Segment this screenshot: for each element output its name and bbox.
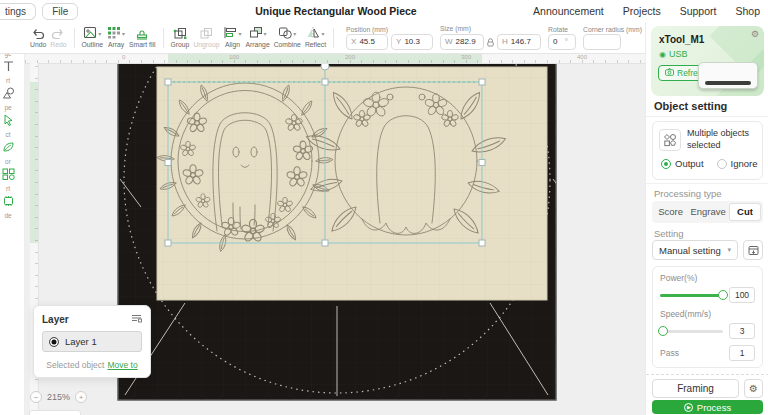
power-value[interactable]: 100 (729, 287, 755, 303)
reflect-icon (306, 25, 320, 43)
sidebar-tool-library[interactable]: rt (0, 165, 24, 192)
power-label: Power(%) (660, 273, 755, 283)
nav-support[interactable]: Support (680, 5, 717, 17)
power-slider-thumb[interactable] (718, 290, 728, 300)
size-h-input[interactable]: H146.7 (497, 34, 541, 50)
group-button[interactable]: Group (171, 27, 190, 48)
layer-name: Layer 1 (65, 336, 97, 347)
toolbar-separator (163, 28, 164, 48)
chevron-down-icon: ▾ (98, 30, 101, 37)
connection-type: USB (669, 49, 688, 59)
chevron-down-icon: ▾ (122, 30, 125, 37)
zoom-level[interactable]: 215% (47, 392, 70, 402)
position-group: Position (mm) X45.5 Y10.3 (346, 26, 433, 50)
mode-cut[interactable]: Cut (729, 203, 761, 221)
nav-announcement[interactable]: Announcement (533, 5, 604, 17)
speed-slider-thumb[interactable] (658, 326, 668, 336)
machine-thumbnail (698, 62, 758, 89)
reflect-button[interactable]: ▾ Reflect (305, 27, 326, 48)
processing-type-label: Processing type (654, 188, 722, 199)
framing-settings-gear-icon[interactable]: ⚙ (744, 379, 763, 398)
ignore-radio[interactable]: Ignore (717, 158, 758, 169)
nav-links: Announcement Projects Support Shop (533, 5, 768, 17)
play-icon: ▶ (684, 403, 693, 412)
toolbar-separator (333, 28, 334, 48)
framing-button[interactable]: Framing (652, 379, 739, 398)
device-card[interactable]: ⚙ xTool_M1 ◉ USB Refresh (651, 26, 764, 96)
chevron-down-icon: ▾ (238, 30, 241, 37)
lock-icon[interactable] (487, 33, 494, 51)
redo-button[interactable]: Redo (50, 27, 66, 48)
combine-button[interactable]: ▾ Combine (274, 27, 301, 48)
device-settings-gear-icon[interactable]: ⚙ (751, 29, 759, 39)
dashed-divider (646, 374, 768, 375)
layer-options-icon[interactable] (131, 313, 142, 325)
process-button[interactable]: ▶ Process (652, 400, 763, 414)
ungroup-icon (199, 27, 213, 40)
outline-button[interactable]: ▾ Outline (82, 27, 104, 48)
selected-object-label: Selected object (46, 360, 104, 370)
speed-slider[interactable] (660, 330, 723, 333)
speed-value[interactable]: 3 (729, 323, 755, 339)
undo-button[interactable]: Undo (30, 27, 46, 48)
zoom-in-button[interactable]: + (75, 391, 87, 403)
position-x-input[interactable]: X45.5 (346, 34, 388, 50)
sidebar-tool-select[interactable]: ct (0, 111, 24, 138)
ruler-number: 400 (577, 54, 587, 60)
align-button[interactable]: ▾ Align (223, 27, 241, 48)
radio-off-icon (717, 159, 727, 169)
sidebar-tool-shape[interactable]: pe (0, 84, 24, 111)
align-icon (223, 25, 237, 43)
ruler-number: 100 (229, 54, 239, 60)
leaf-icon (10, 139, 15, 157)
multiple-objects-icon (659, 129, 681, 151)
combine-icon (278, 25, 292, 43)
move-to-link[interactable]: Move to (107, 360, 137, 370)
arrange-button[interactable]: ▾ Arrange (245, 27, 269, 48)
mode-score[interactable]: Score (654, 203, 687, 221)
sidebar-tool-text[interactable]: rt (0, 57, 24, 84)
right-panel: ⚙ xTool_M1 ◉ USB Refresh Object setting … (645, 0, 768, 415)
ruler-number: 200 (345, 54, 355, 60)
rotate-input[interactable]: 0° (548, 34, 576, 50)
chevron-down-icon: ▾ (264, 30, 267, 37)
left-tool-strip: ge rt pe ct or rt de (0, 22, 25, 415)
smart-fill-button[interactable]: Smart fill (129, 27, 155, 48)
array-icon (107, 25, 121, 43)
grid-icon (10, 166, 15, 184)
save-preset-button[interactable] (743, 240, 763, 260)
xcs-app: tings File Unique Rectangular Wood Piece… (0, 0, 768, 415)
power-slider[interactable] (660, 294, 723, 297)
outline-icon (83, 25, 97, 43)
mode-engrave[interactable]: Engrave (687, 203, 729, 221)
preset-select[interactable]: Manual setting ▾ (652, 240, 738, 260)
layer-row[interactable]: Layer 1 (42, 331, 142, 352)
pass-value[interactable]: 1 (729, 345, 755, 361)
layer-panel: Layer Layer 1 Selected objectMove to (33, 305, 151, 378)
setting-label: Setting (654, 228, 684, 239)
corner-radius-group: Corner radius (mm) (583, 26, 642, 50)
file-button[interactable]: File (42, 3, 78, 20)
settings-button[interactable]: tings (0, 3, 36, 20)
position-y-input[interactable]: Y10.3 (391, 34, 433, 50)
position-label: Position (mm) (346, 26, 433, 33)
canvas-area[interactable]: 0 100 200 300 400 (25, 54, 645, 415)
size-w-input[interactable]: W282.9 (440, 34, 484, 50)
corner-radius-input[interactable] (583, 34, 621, 50)
partial-control (29, 410, 81, 415)
chevron-down-icon: ▾ (727, 246, 731, 254)
speed-label: Speed(mm/s) (660, 309, 755, 319)
chevron-down-icon: ▾ (321, 30, 324, 37)
nav-shop[interactable]: Shop (735, 5, 760, 17)
output-radio[interactable]: Output (661, 158, 704, 169)
toolbar-separator (74, 28, 75, 48)
smart-fill-icon (135, 27, 149, 40)
sidebar-tool-vector[interactable]: or (0, 138, 24, 165)
zoom-out-button[interactable]: − (30, 391, 42, 403)
array-button[interactable]: ▾ Array (107, 27, 125, 48)
sidebar-tool-mode[interactable]: de (0, 192, 24, 219)
layer-color-swatch[interactable] (49, 337, 59, 347)
ungroup-button[interactable]: Ungroup (193, 27, 219, 48)
nav-projects[interactable]: Projects (623, 5, 661, 17)
processing-mode-switch: Score Engrave Cut (652, 201, 763, 223)
